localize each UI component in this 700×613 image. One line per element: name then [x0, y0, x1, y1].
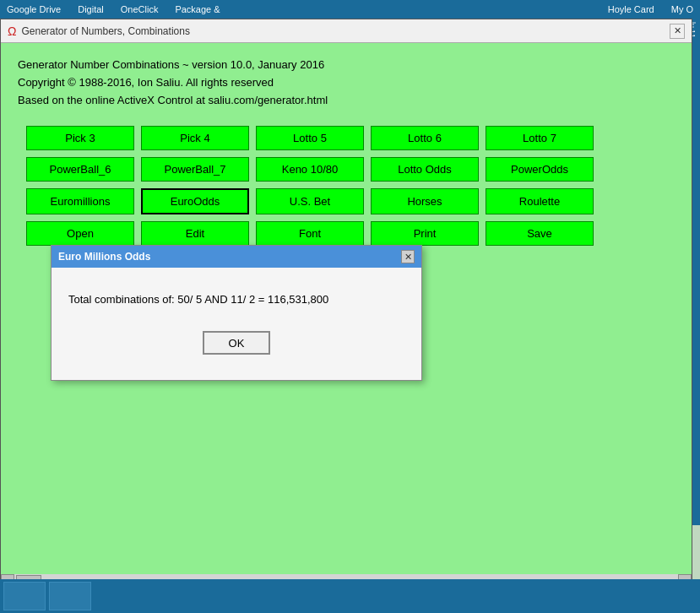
taskbar-item-googledrive[interactable]: Google Drive [7, 4, 61, 14]
dialog-close-button[interactable]: ✕ [401, 250, 415, 263]
lotto7-button[interactable]: Lotto 7 [486, 126, 594, 150]
window-close-button[interactable]: ✕ [670, 24, 685, 39]
title-bar: Ω Generator of Numbers, Combinations ✕ [1, 19, 692, 43]
bottom-taskbar [0, 579, 700, 613]
top-taskbar: Google Drive Digital OneClick Package & … [0, 0, 700, 19]
info-line-3: Based on the online ActiveX Control at s… [18, 92, 675, 110]
lotto5-button[interactable]: Lotto 5 [256, 126, 364, 150]
open-button[interactable]: Open [26, 221, 134, 246]
dialog-content: Total combinations of: 50/ 5 AND 11/ 2 =… [52, 268, 421, 380]
taskbar-item-myo[interactable]: My O [671, 4, 693, 14]
font-button[interactable]: Font [256, 221, 364, 246]
dialog-title: Euro Millions Odds [58, 251, 401, 263]
window-title: Generator of Numbers, Combinations [21, 25, 670, 37]
roulette-button[interactable]: Roulette [486, 188, 594, 214]
edit-button[interactable]: Edit [141, 221, 249, 246]
taskbar-item-hoyle[interactable]: Hoyle Card [608, 4, 654, 14]
taskbar-thumb-1[interactable] [3, 582, 46, 610]
horses-button[interactable]: Horses [371, 188, 479, 214]
dialog-title-bar: Euro Millions Odds ✕ [52, 246, 421, 268]
lotto6-button[interactable]: Lotto 6 [371, 126, 479, 150]
info-line-1: Generator Number Combinations ~ version … [18, 57, 675, 74]
button-row-4: Open Edit Font Print Save [26, 221, 666, 246]
info-line-2: Copyright © 1988-2016, Ion Saliu. All ri… [18, 74, 675, 92]
app-icon: Ω [8, 24, 16, 38]
pick3-button[interactable]: Pick 3 [26, 126, 134, 150]
powerball7-button[interactable]: PowerBall_7 [141, 157, 249, 182]
usbet-button[interactable]: U.S. Bet [256, 188, 364, 214]
taskbar-item-oneclick[interactable]: OneClick [121, 4, 159, 14]
euromillions-button[interactable]: Euromillions [26, 188, 134, 214]
taskbar-item-package[interactable]: Package & [175, 4, 220, 14]
lottoodds-button[interactable]: Lotto Odds [371, 157, 479, 182]
euroodds-button[interactable]: EuroOdds [141, 188, 249, 214]
dialog-box: Euro Millions Odds ✕ Total combinations … [51, 245, 422, 381]
button-row-3: Euromillions EuroOdds U.S. Bet Horses Ro… [26, 188, 666, 214]
pick4-button[interactable]: Pick 4 [141, 126, 249, 150]
save-button[interactable]: Save [486, 221, 594, 246]
taskbar-item-digital[interactable]: Digital [78, 4, 104, 14]
powerball6-button[interactable]: PowerBall_6 [26, 157, 134, 182]
dialog-ok-button[interactable]: OK [203, 331, 270, 355]
info-block: Generator Number Combinations ~ version … [18, 57, 675, 109]
powerodds-button[interactable]: PowerOdds [486, 157, 594, 182]
dialog-footer: OK [68, 331, 404, 363]
button-row-1: Pick 3 Pick 4 Lotto 5 Lotto 6 Lotto 7 [26, 126, 666, 150]
button-grid: Pick 3 Pick 4 Lotto 5 Lotto 6 Lotto 7 Po… [18, 126, 675, 246]
button-row-2: PowerBall_6 PowerBall_7 Keno 10/80 Lotto… [26, 157, 666, 182]
print-button[interactable]: Print [371, 221, 479, 246]
keno-button[interactable]: Keno 10/80 [256, 157, 364, 182]
taskbar-thumb-2[interactable] [49, 582, 91, 610]
dialog-message: Total combinations of: 50/ 5 AND 11/ 2 =… [68, 293, 404, 306]
window-content: Generator Number Combinations ~ version … [1, 43, 692, 259]
